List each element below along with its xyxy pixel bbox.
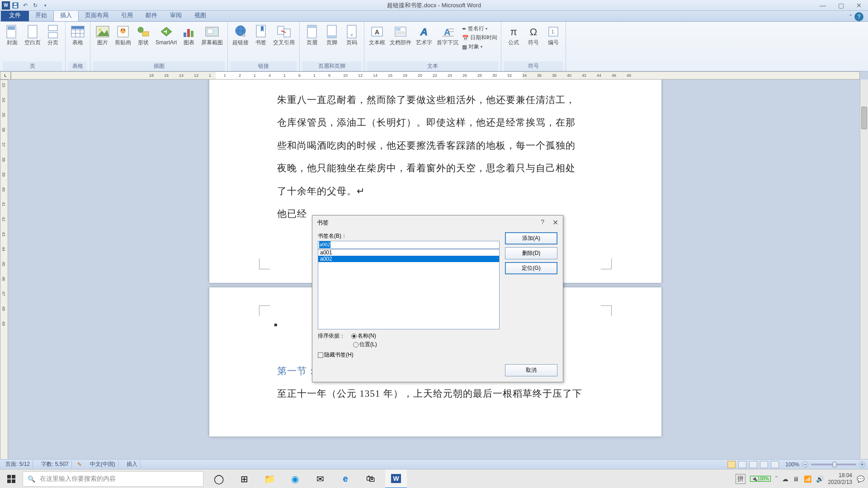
view-print-layout[interactable]: [727, 461, 736, 468]
taskbar-word[interactable]: W: [385, 469, 407, 488]
ribbon-minimize-icon[interactable]: ⌃: [849, 14, 853, 19]
dialog-help-button[interactable]: ?: [541, 218, 544, 227]
hyperlink-button[interactable]: 超链接: [231, 23, 250, 47]
footer-button[interactable]: 页脚: [322, 23, 341, 47]
network-icon[interactable]: 🖥: [793, 475, 799, 483]
dropcap-button[interactable]: A首字下沉: [435, 23, 460, 47]
document-text[interactable]: 些和尚喝酒吃肉的时候，他还要擦洗香客踩踏的地板，每一个孤独的: [277, 134, 594, 157]
taskbar-mail[interactable]: ✉: [309, 469, 331, 488]
cover-page-button[interactable]: 封面: [3, 23, 22, 47]
table-button[interactable]: 表格: [68, 23, 87, 47]
tab-review[interactable]: 审阅: [164, 9, 188, 21]
ime-indicator[interactable]: 拼: [736, 474, 745, 484]
zoom-level[interactable]: 100%: [785, 461, 799, 468]
textbox-button[interactable]: A文本框: [367, 23, 387, 47]
minimize-button[interactable]: —: [814, 0, 832, 11]
tab-file[interactable]: 文件: [1, 9, 29, 21]
sort-position-radio[interactable]: 位置(L): [353, 341, 377, 348]
taskbar-cortana[interactable]: ⊞: [233, 469, 255, 488]
document-text[interactable]: 仓库保管员，添油工（长明灯）。即使这样，他还是经常挨骂，在那: [277, 111, 594, 134]
number-button[interactable]: 1.编号: [544, 23, 563, 47]
add-button[interactable]: 添加(A): [505, 232, 557, 244]
zoom-in-button[interactable]: +: [859, 461, 865, 468]
taskbar-search[interactable]: 🔍 在这里输入你要搜索的内容: [23, 471, 203, 487]
document-text[interactable]: 朱重八一直忍耐着，然而除了要做这些粗活外，他还要兼任清洁工，: [277, 89, 594, 111]
chart-button[interactable]: 图表: [179, 23, 198, 47]
delete-button[interactable]: 删除(D): [505, 247, 557, 259]
datetime-button[interactable]: 📅日期和时间: [461, 33, 498, 42]
bookmark-list-item[interactable]: a001: [318, 249, 499, 256]
zoom-out-button[interactable]: −: [802, 461, 808, 468]
tray-chevron-icon[interactable]: ˆ: [775, 475, 778, 483]
volume-icon[interactable]: 🔊: [816, 475, 824, 483]
bookmark-list[interactable]: a001 a002: [318, 249, 500, 329]
blank-page-button[interactable]: 空白页: [23, 23, 42, 47]
proofing-icon[interactable]: ✎: [77, 461, 82, 468]
start-button[interactable]: [0, 469, 23, 488]
quickparts-button[interactable]: 文档部件: [388, 23, 413, 47]
tab-view[interactable]: 视图: [188, 9, 212, 21]
onedrive-icon[interactable]: ☁: [782, 475, 788, 483]
wifi-icon[interactable]: 📶: [804, 475, 811, 483]
signature-line-button[interactable]: ✒签名行▾: [461, 24, 498, 33]
view-outline[interactable]: [760, 461, 768, 468]
symbol-button[interactable]: Ω符号: [524, 23, 543, 47]
dialog-close-button[interactable]: ✕: [552, 218, 558, 227]
page-number-button[interactable]: #页码: [342, 23, 361, 47]
status-words[interactable]: 字数: 5,507: [38, 460, 72, 468]
document-text[interactable]: 夜晚，他只能独坐在柴房中，看着窗外的天空，思念着只与自己相处: [277, 157, 594, 179]
cross-reference-button[interactable]: 交叉引用: [271, 23, 297, 47]
taskbar-explorer[interactable]: 📁: [259, 469, 280, 488]
document-text[interactable]: 至正十一年（公元 1351 年），上天给元朝的最后一根稻草终于压了下: [277, 382, 594, 405]
horizontal-ruler[interactable]: 1816141211214161810121416182022242628303…: [11, 71, 860, 80]
tab-insert[interactable]: 插入: [53, 9, 79, 21]
screenshot-button[interactable]: 屏幕截图: [199, 23, 225, 47]
object-button[interactable]: ▦对象▾: [461, 42, 498, 51]
maximize-button[interactable]: ▢: [832, 0, 850, 11]
equation-button[interactable]: π公式: [504, 23, 523, 47]
battery-icon[interactable]: 🔌100%: [750, 476, 771, 482]
zoom-slider-thumb[interactable]: [833, 462, 836, 467]
qat-customize[interactable]: ▾: [41, 1, 50, 10]
qat-save[interactable]: [11, 1, 20, 10]
clipart-button[interactable]: 剪贴画: [113, 23, 133, 47]
help-button[interactable]: ?: [854, 12, 863, 21]
tab-home[interactable]: 开始: [29, 9, 53, 21]
tab-mailings[interactable]: 邮件: [139, 9, 164, 21]
vertical-ruler[interactable]: 3334353637383940414243444546474849: [0, 80, 8, 469]
bookmark-button[interactable]: 书签: [251, 23, 270, 47]
header-button[interactable]: 页眉: [302, 23, 321, 47]
zoom-slider[interactable]: [811, 464, 856, 465]
scroll-thumb[interactable]: [861, 107, 867, 129]
tab-references[interactable]: 引用: [115, 9, 139, 21]
task-view-button[interactable]: ◯: [208, 469, 230, 488]
status-language[interactable]: 中文(中国): [87, 460, 118, 468]
view-draft[interactable]: [771, 461, 779, 468]
smartart-button[interactable]: SmartArt: [154, 23, 179, 47]
shapes-button[interactable]: 形状: [134, 23, 153, 47]
ruler-corner[interactable]: L: [0, 71, 11, 80]
view-full-screen[interactable]: [738, 461, 746, 468]
picture-button[interactable]: 图片: [93, 23, 112, 47]
bookmark-name-input[interactable]: [318, 241, 500, 249]
view-web-layout[interactable]: [749, 461, 757, 468]
bookmark-list-item[interactable]: a002: [318, 256, 499, 262]
hidden-bookmarks-checkbox[interactable]: 隐藏书签(H): [318, 351, 500, 359]
cancel-button[interactable]: 取消: [505, 364, 557, 376]
qat-undo[interactable]: ↶: [21, 1, 30, 10]
notifications-icon[interactable]: 💬: [857, 475, 864, 483]
taskbar-clock[interactable]: 18:04 2020/2/13: [828, 472, 852, 485]
wordart-button[interactable]: A艺术字: [414, 23, 434, 47]
close-button[interactable]: ✕: [850, 0, 868, 11]
vertical-scrollbar[interactable]: [860, 80, 868, 469]
taskbar-store[interactable]: 🛍: [360, 469, 382, 488]
status-mode[interactable]: 插入: [124, 460, 141, 468]
goto-button[interactable]: 定位(G): [505, 262, 557, 274]
sort-name-radio[interactable]: 名称(N): [351, 332, 376, 340]
page-break-button[interactable]: 分页: [43, 23, 62, 47]
taskbar-edge[interactable]: e: [335, 469, 356, 488]
document-text[interactable]: 了十余年的父母。↵: [277, 180, 594, 202]
tab-layout[interactable]: 页面布局: [79, 9, 115, 21]
qat-redo[interactable]: ↻: [31, 1, 40, 10]
status-page[interactable]: 页面: 5/12: [3, 460, 33, 468]
